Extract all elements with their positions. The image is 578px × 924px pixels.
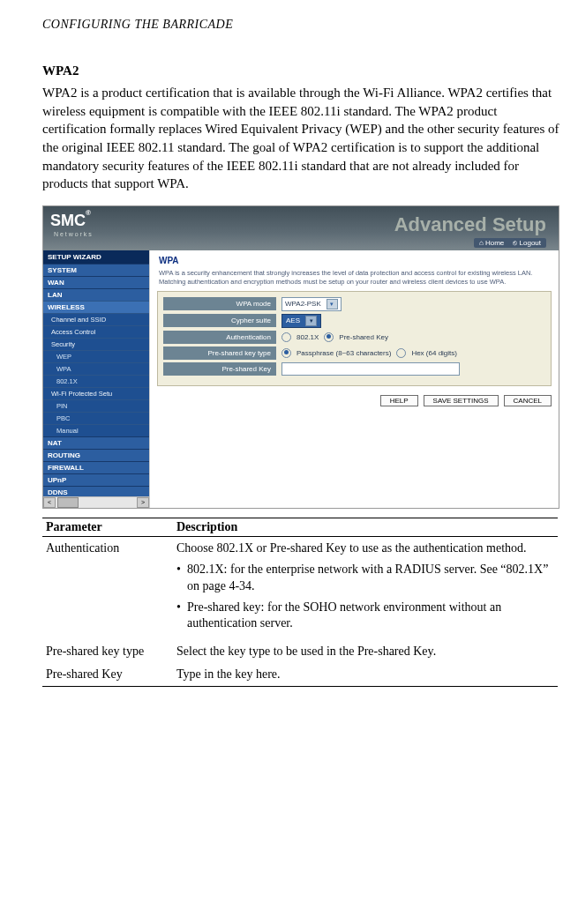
header-links: Home Logout — [474, 238, 546, 248]
radio-hex[interactable] — [396, 348, 406, 358]
sidebar-item-firewall[interactable]: FIREWALL — [43, 461, 149, 473]
sidebar-item-channel-ssid[interactable]: Channel and SSID — [43, 313, 149, 325]
banner: SMC® N e t w o r k s Advanced Setup Home… — [43, 206, 559, 250]
label-authentication: Authentication — [163, 331, 276, 344]
scroll-right-arrow-icon[interactable]: > — [137, 497, 149, 508]
sidebar-item-pbc[interactable]: PBC — [43, 412, 149, 424]
running-head: CONFIGURING THE BARRICADE — [42, 18, 560, 32]
param-name: Authentication — [42, 537, 173, 640]
radio-passphrase-label: Passphrase (8~63 characters) — [297, 349, 391, 357]
label-cypher-suite: Cypher suite — [163, 314, 276, 327]
param-name: Pre-shared Key — [42, 663, 173, 687]
param-desc: Select the key type to be used in the Pr… — [173, 640, 558, 663]
brand-logo: SMC® — [50, 212, 91, 230]
radio-passphrase[interactable] — [281, 348, 291, 358]
page-heading-adv: Advanced Setup — [394, 213, 546, 236]
sidebar-item-wan[interactable]: WAN — [43, 276, 149, 288]
label-psk-type: Pre-shared key type — [163, 346, 276, 360]
sidebar-item-system[interactable]: SYSTEM — [43, 264, 149, 276]
chevron-down-icon: ▾ — [305, 316, 317, 326]
radio-8021x[interactable] — [281, 332, 291, 342]
scroll-thumb[interactable] — [57, 497, 79, 508]
parameter-table: Parameter Description Authentication Cho… — [42, 518, 558, 687]
param-name: Pre-shared key type — [42, 640, 173, 663]
help-button[interactable]: HELP — [380, 395, 418, 406]
form-panel: WPA mode WPA2-PSK▾ Cypher suite AES▾ Aut… — [157, 291, 552, 386]
select-wpa-mode[interactable]: WPA2-PSK▾ — [281, 297, 342, 311]
router-settings-screenshot: SMC® N e t w o r k s Advanced Setup Home… — [42, 205, 559, 509]
sidebar-item-pin[interactable]: PIN — [43, 399, 149, 412]
sidebar-item-manual[interactable]: Manual — [43, 424, 149, 436]
list-item: Pre-shared key: for the SOHO network env… — [176, 600, 554, 631]
sidebar-item-wireless[interactable]: WIRELESS — [43, 301, 149, 313]
radio-8021x-label: 802.1X — [297, 333, 319, 341]
input-preshared-key[interactable] — [281, 362, 460, 376]
label-wpa-mode: WPA mode — [163, 297, 276, 310]
brand-subtext: N e t w o r k s — [54, 231, 92, 237]
sidebar-item-wep[interactable]: WEP — [43, 350, 149, 362]
sidebar-item-8021x[interactable]: 802.1X — [43, 375, 149, 387]
param-desc: Choose 802.1X or Pre-shared Key to use a… — [173, 537, 558, 640]
sidebar-item-security[interactable]: Security — [43, 338, 149, 350]
th-description: Description — [173, 518, 558, 537]
save-settings-button[interactable]: SAVE SETTINGS — [424, 395, 499, 406]
param-desc: Type in the key here. — [173, 663, 558, 687]
radio-preshared[interactable] — [324, 332, 334, 342]
home-link[interactable]: Home — [479, 239, 504, 247]
table-row: Authentication Choose 802.1X or Pre-shar… — [42, 537, 558, 640]
section-title: WPA2 — [42, 63, 560, 78]
horizontal-scrollbar[interactable]: < > — [43, 496, 149, 508]
sidebar-item-nat[interactable]: NAT — [43, 436, 149, 449]
select-cypher-suite[interactable]: AES▾ — [281, 314, 321, 328]
radio-hex-label: Hex (64 digits) — [411, 349, 457, 357]
table-row: Pre-shared key type Select the key type … — [42, 640, 558, 663]
sidebar-item-lan[interactable]: LAN — [43, 288, 149, 301]
main-panel: WPA WPA is a security enhancement that s… — [150, 250, 559, 508]
bullet-list: 802.1X: for the enterprise network with … — [176, 562, 554, 631]
sidebar-item-wps[interactable]: Wi-Fi Protected Setu — [43, 387, 149, 399]
sidebar-item-setup-wizard[interactable]: SETUP WIZARD — [43, 250, 149, 264]
logout-link[interactable]: Logout — [513, 239, 541, 247]
sidebar-item-access-control[interactable]: Access Control — [43, 325, 149, 338]
scroll-left-arrow-icon[interactable]: < — [43, 497, 56, 508]
sidebar: SETUP WIZARD SYSTEM WAN LAN WIRELESS Cha… — [43, 250, 150, 508]
list-item: 802.1X: for the enterprise network with … — [176, 562, 554, 593]
sidebar-item-routing[interactable]: ROUTING — [43, 449, 149, 461]
sidebar-item-upnp[interactable]: UPnP — [43, 473, 149, 486]
sidebar-item-wpa[interactable]: WPA — [43, 362, 149, 375]
panel-title: WPA — [159, 256, 552, 265]
radio-preshared-label: Pre-shared Key — [339, 333, 388, 341]
panel-desc: WPA is a security enhancement that stron… — [159, 269, 552, 286]
cancel-button[interactable]: CANCEL — [504, 395, 552, 406]
chevron-down-icon: ▾ — [327, 299, 338, 309]
table-row: Pre-shared Key Type in the key here. — [42, 663, 558, 687]
intro-paragraph: WPA2 is a product certification that is … — [42, 84, 560, 193]
th-parameter: Parameter — [42, 518, 173, 537]
label-psk: Pre-shared Key — [163, 362, 276, 376]
